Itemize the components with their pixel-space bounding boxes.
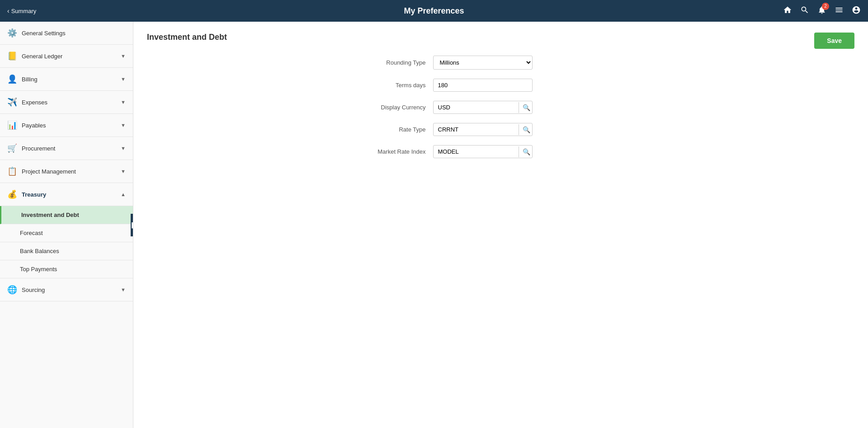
main-content: Investment and Debt Save Rounding Type M… bbox=[133, 22, 868, 428]
general-settings-icon: ⚙️ bbox=[7, 28, 17, 38]
sourcing-icon: 🌐 bbox=[7, 285, 17, 295]
terms-days-label: Terms days bbox=[343, 82, 433, 89]
market-rate-index-label: Market Rate Index bbox=[343, 148, 433, 155]
form-row-terms-days: Terms days bbox=[343, 79, 659, 92]
form-row-display-currency: Display Currency 🔍 bbox=[343, 101, 659, 114]
sidebar-label-general-ledger: General Ledger bbox=[22, 53, 116, 60]
rounding-type-field[interactable]: Millions Thousands Units bbox=[433, 56, 533, 70]
chevron-down-icon: ▼ bbox=[121, 169, 126, 174]
search-button[interactable] bbox=[800, 5, 809, 17]
payables-icon: 📊 bbox=[7, 120, 17, 130]
sidebar-label-expenses: Expenses bbox=[22, 99, 116, 106]
sidebar-label-general-settings: General Settings bbox=[22, 30, 126, 37]
sidebar-item-general-settings[interactable]: ⚙️ General Settings bbox=[0, 22, 133, 45]
sidebar-subitem-label-forecast: Forecast bbox=[20, 230, 43, 236]
chevron-down-icon: ▼ bbox=[121, 76, 126, 82]
sidebar-item-expenses[interactable]: ✈️ Expenses ▼ bbox=[0, 91, 133, 114]
rate-type-label: Rate Type bbox=[343, 126, 433, 133]
market-rate-index-search-icon[interactable]: 🔍 bbox=[519, 146, 534, 157]
billing-icon: 👤 bbox=[7, 74, 17, 84]
sidebar-item-sourcing[interactable]: 🌐 Sourcing ▼ bbox=[0, 278, 133, 301]
sidebar-item-general-ledger[interactable]: 📒 General Ledger ▼ bbox=[0, 45, 133, 68]
top-header: ‹ Summary My Preferences 2 bbox=[0, 0, 868, 22]
investment-debt-form: Rounding Type Millions Thousands Units T… bbox=[343, 56, 659, 158]
sidebar-item-procurement[interactable]: 🛒 Procurement ▼ bbox=[0, 137, 133, 160]
notification-badge: 2 bbox=[822, 3, 829, 10]
sidebar-subitem-investment-and-debt[interactable]: Investment and Debt bbox=[0, 206, 133, 224]
form-row-market-rate-index: Market Rate Index 🔍 bbox=[343, 145, 659, 158]
chevron-down-icon: ▼ bbox=[121, 146, 126, 151]
sidebar-label-treasury: Treasury bbox=[22, 191, 116, 198]
back-arrow-icon: ‹ bbox=[7, 7, 9, 14]
save-button[interactable]: Save bbox=[814, 33, 854, 49]
sidebar-subitem-label-investment-and-debt: Investment and Debt bbox=[21, 212, 79, 218]
sidebar-item-project-management[interactable]: 📋 Project Management ▼ bbox=[0, 160, 133, 183]
header-title: My Preferences bbox=[404, 6, 464, 16]
sidebar-subitem-label-top-payments: Top Payments bbox=[20, 266, 57, 273]
sidebar-item-payables[interactable]: 📊 Payables ▼ bbox=[0, 114, 133, 137]
chevron-down-icon: ▼ bbox=[121, 122, 126, 128]
sidebar-subitem-bank-balances[interactable]: Bank Balances bbox=[0, 242, 133, 260]
terms-days-input[interactable] bbox=[433, 79, 533, 92]
chevron-down-icon: ▼ bbox=[121, 99, 126, 105]
header-right-icons: 2 bbox=[783, 5, 861, 17]
sidebar-label-payables: Payables bbox=[22, 122, 116, 129]
notifications-button[interactable]: 2 bbox=[817, 5, 826, 17]
sidebar: ⚙️ General Settings 📒 General Ledger ▼ 👤… bbox=[0, 22, 133, 428]
general-ledger-icon: 📒 bbox=[7, 51, 17, 61]
rate-type-field[interactable]: 🔍 bbox=[433, 123, 533, 136]
sidebar-label-sourcing: Sourcing bbox=[22, 287, 116, 293]
market-rate-index-input[interactable] bbox=[434, 146, 519, 158]
chevron-down-icon: ▼ bbox=[121, 287, 126, 292]
display-currency-field[interactable]: 🔍 bbox=[433, 101, 533, 114]
sidebar-label-project-management: Project Management bbox=[22, 168, 116, 175]
project-management-icon: 📋 bbox=[7, 166, 17, 176]
rounding-type-select[interactable]: Millions Thousands Units bbox=[433, 56, 533, 70]
terms-days-field[interactable] bbox=[433, 79, 533, 92]
form-row-rounding-type: Rounding Type Millions Thousands Units bbox=[343, 56, 659, 70]
treasury-icon: 💰 bbox=[7, 189, 17, 199]
back-button[interactable]: ‹ Summary bbox=[7, 7, 36, 14]
sidebar-item-treasury[interactable]: 💰 Treasury ▲ bbox=[0, 183, 133, 206]
sidebar-label-procurement: Procurement bbox=[22, 145, 116, 152]
display-currency-label: Display Currency bbox=[343, 104, 433, 111]
chevron-up-icon: ▲ bbox=[121, 192, 126, 197]
user-button[interactable] bbox=[852, 5, 861, 17]
rate-type-search-icon[interactable]: 🔍 bbox=[519, 124, 534, 135]
market-rate-index-field[interactable]: 🔍 bbox=[433, 145, 533, 158]
sidebar-label-billing: Billing bbox=[22, 76, 116, 83]
menu-button[interactable] bbox=[835, 5, 844, 17]
rounding-type-label: Rounding Type bbox=[343, 59, 433, 66]
procurement-icon: 🛒 bbox=[7, 143, 17, 153]
sidebar-item-billing[interactable]: 👤 Billing ▼ bbox=[0, 68, 133, 91]
sidebar-subitem-label-bank-balances: Bank Balances bbox=[20, 248, 59, 254]
form-row-rate-type: Rate Type 🔍 bbox=[343, 123, 659, 136]
expenses-icon: ✈️ bbox=[7, 97, 17, 107]
display-currency-search-icon[interactable]: 🔍 bbox=[519, 102, 534, 113]
display-currency-input[interactable] bbox=[434, 101, 519, 113]
back-label: Summary bbox=[11, 8, 37, 14]
sidebar-subitem-top-payments[interactable]: Top Payments bbox=[0, 260, 133, 278]
main-layout: ⚙️ General Settings 📒 General Ledger ▼ 👤… bbox=[0, 22, 868, 428]
rate-type-input[interactable] bbox=[434, 123, 519, 136]
chevron-down-icon: ▼ bbox=[121, 53, 126, 59]
home-button[interactable] bbox=[783, 5, 792, 17]
page-title: Investment and Debt bbox=[147, 33, 854, 42]
sidebar-subitem-forecast[interactable]: Forecast bbox=[0, 224, 133, 242]
